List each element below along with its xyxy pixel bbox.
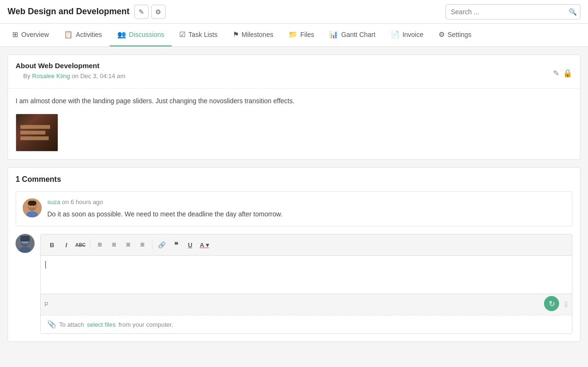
toolbar-bold[interactable]: B — [45, 238, 59, 251]
toolbar-underline[interactable]: U — [184, 238, 197, 251]
main-content: About Web Development By Rosalee Kling o… — [0, 47, 588, 349]
discussion-edit-icon[interactable]: ✎ — [553, 69, 559, 78]
edit-icon: ✎ — [139, 8, 144, 16]
tab-overview-label: Overview — [21, 31, 49, 38]
tab-activities-label: Activities — [76, 31, 102, 38]
current-user-avatar — [16, 234, 35, 253]
editor-toolbar: B I ABC ≡ ≡ ≡ ≡ 🔗 ❝ U A ▾ — [41, 234, 572, 256]
attach-suffix: from your computer. — [118, 321, 173, 328]
toolbar-strikethrough[interactable]: ABC — [74, 238, 87, 251]
discussions-icon: 👥 — [117, 30, 126, 39]
comment-meta: suza on 6 hours ago — [47, 198, 565, 206]
tab-gantt-label: Gantt Chart — [341, 31, 375, 38]
files-icon: 📁 — [289, 30, 298, 39]
discussion-date: on Dec 3, 04:14 am — [72, 72, 125, 80]
discussion-title-group: About Web Development By Rosalee Kling o… — [16, 62, 133, 84]
toolbar-align-right[interactable]: ≡ — [122, 238, 135, 251]
tab-tasklists-label: Task Lists — [188, 31, 217, 38]
settings-tab-icon: ⚙ — [439, 30, 445, 39]
toolbar-divider-1 — [90, 240, 90, 250]
attach-prefix: To attach — [59, 321, 84, 328]
gantt-icon: 📊 — [329, 30, 338, 39]
commenter-name[interactable]: suza — [47, 198, 60, 206]
toolbar-color[interactable]: A ▾ — [198, 238, 211, 251]
tab-invoice[interactable]: 📄 Invoice — [383, 24, 431, 46]
tab-milestones-label: Milestones — [242, 31, 273, 38]
invoice-icon: 📄 — [391, 30, 400, 39]
top-header: Web Design and Development ✎ ⚙ 🔍 — [0, 0, 588, 24]
toolbar-link[interactable]: 🔗 — [155, 238, 168, 251]
attach-area: 📎 To attach select files from your compu… — [41, 315, 572, 333]
select-files-link[interactable]: select files — [87, 321, 116, 328]
resize-handle: ⣿ — [564, 301, 568, 308]
tab-gantt-chart[interactable]: 📊 Gantt Chart — [322, 24, 383, 46]
toolbar-align-left[interactable]: ≡ — [93, 238, 106, 251]
svg-rect-5 — [28, 201, 36, 206]
thumb-line-1 — [20, 125, 50, 129]
comment-content: suza on 6 hours ago Do it as soon as pos… — [47, 198, 565, 219]
nav-tabs: ⊞ Overview 📋 Activities 👥 Discussions ☑ … — [0, 24, 588, 47]
editor-cursor — [45, 261, 46, 269]
toolbar-blockquote[interactable]: ❝ — [169, 238, 183, 251]
submit-comment-button[interactable]: ↻ — [544, 296, 559, 311]
discussion-text: I am almost done with the landing page s… — [16, 96, 572, 106]
search-icon[interactable]: 🔍 — [569, 8, 577, 16]
attachment-thumbnail[interactable] — [16, 114, 58, 152]
discussion-body: I am almost done with the landing page s… — [8, 89, 580, 159]
comment-text: Do it as soon as possible. We need to me… — [47, 209, 565, 219]
discussion-header: About Web Development By Rosalee Kling o… — [8, 55, 580, 89]
gear-icon: ⚙ — [155, 8, 161, 16]
paperclip-icon: 📎 — [47, 320, 56, 329]
edit-button[interactable]: ✎ — [134, 5, 149, 19]
reply-area: B I ABC ≡ ≡ ≡ ≡ 🔗 ❝ U A ▾ — [16, 234, 572, 334]
discussion-meta: By Rosalee Kling on Dec 3, 04:14 am — [16, 70, 133, 84]
tab-invoice-label: Invoice — [403, 31, 423, 38]
paragraph-label: P — [44, 301, 48, 308]
milestones-icon: ⚑ — [233, 30, 239, 39]
tab-discussions[interactable]: 👥 Discussions — [110, 24, 172, 46]
thumbnail-image — [16, 114, 58, 151]
tab-task-lists[interactable]: ☑ Task Lists — [172, 24, 225, 46]
tab-overview[interactable]: ⊞ Overview — [5, 24, 56, 46]
tab-activities[interactable]: 📋 Activities — [56, 24, 109, 46]
discussion-author[interactable]: Rosalee Kling — [32, 72, 70, 80]
search-input[interactable] — [446, 4, 580, 19]
project-title: Web Design and Development — [8, 7, 130, 17]
toolbar-divider-2 — [152, 240, 152, 250]
tab-files-label: Files — [300, 31, 315, 38]
discussion-title: About Web Development — [16, 62, 133, 70]
activities-icon: 📋 — [64, 30, 73, 39]
comments-section: 1 Comments suza on 6 hours ago — [8, 167, 580, 342]
tasklists-icon: ☑ — [179, 30, 185, 39]
reply-editor: B I ABC ≡ ≡ ≡ ≡ 🔗 ❝ U A ▾ — [40, 234, 572, 334]
settings-button[interactable]: ⚙ — [151, 5, 166, 19]
discussion-card: About Web Development By Rosalee Kling o… — [8, 54, 580, 160]
search-container: 🔍 — [446, 4, 580, 19]
comment-time: on 6 hours ago — [62, 198, 103, 206]
commenter-avatar — [23, 198, 42, 217]
toolbar-italic[interactable]: I — [60, 238, 73, 251]
svg-rect-12 — [20, 236, 30, 242]
editor-body[interactable] — [41, 256, 572, 294]
comments-title: 1 Comments — [16, 175, 572, 184]
suza-avatar-svg — [23, 198, 42, 217]
overview-icon: ⊞ — [12, 30, 18, 39]
discussion-attachments — [16, 114, 572, 152]
editor-footer: P ↻ ⣿ — [41, 294, 572, 315]
tab-settings-label: Settings — [448, 31, 472, 38]
thumb-line-2 — [20, 131, 45, 134]
header-actions: ✎ ⚙ — [134, 5, 166, 19]
comment-item: suza on 6 hours ago Do it as soon as pos… — [16, 191, 572, 226]
thumb-line-3 — [20, 136, 49, 140]
toolbar-align-center[interactable]: ≡ — [107, 238, 121, 251]
tab-settings[interactable]: ⚙ Settings — [431, 24, 479, 46]
discussion-header-actions: ✎ 🔒 — [553, 69, 572, 78]
tab-discussions-label: Discussions — [129, 31, 165, 38]
discussion-lock-icon[interactable]: 🔒 — [563, 69, 572, 78]
tab-milestones[interactable]: ⚑ Milestones — [225, 24, 281, 46]
tab-files[interactable]: 📁 Files — [281, 24, 322, 46]
user-avatar-svg — [16, 234, 35, 253]
toolbar-align-justify[interactable]: ≡ — [136, 238, 149, 251]
thumbnail-decoration — [20, 125, 53, 142]
